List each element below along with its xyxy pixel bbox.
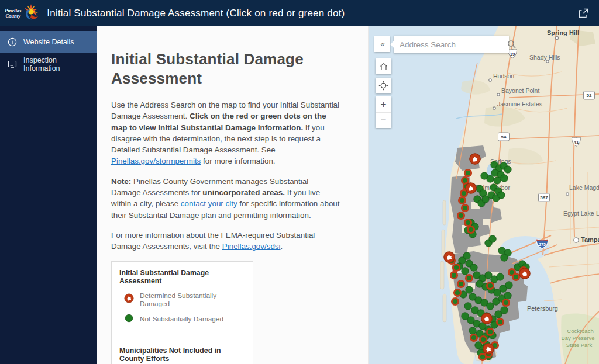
dot-not-substantially-damaged-ringed[interactable] [497,318,503,325]
dot-not-substantially-damaged-ringed[interactable] [502,299,509,306]
fema-paragraph: For more information about the FEMA-requ… [111,230,340,252]
sidebar-item-website-details[interactable]: Website Details [0,31,97,53]
dot-not-substantially-damaged-ringed[interactable] [462,204,468,211]
dot-not-substantially-damaged-ringed[interactable] [457,280,464,287]
dot-not-substantially-damaged-ringed[interactable] [464,219,471,226]
locate-button[interactable] [376,78,391,93]
dot-determined-substantially-damaged[interactable] [483,344,494,354]
map-legend: Initial Substantial Damage Assessment De… [111,261,253,364]
sidebar-nav: Website Details Inspection Information [0,26,97,364]
dot-not-substantially-damaged-ringed[interactable] [450,272,457,278]
map-city-dot [566,193,569,195]
dot-not-substantially-damaged-ringed[interactable] [487,282,493,289]
sidebar-item-label: Inspection Information [23,56,91,72]
route-shield-54: 54 [498,133,510,141]
dot-not-substantially-damaged[interactable] [504,292,511,299]
dot-not-substantially-damaged[interactable] [462,268,469,275]
map-label: Bayonet Point [501,87,539,94]
dot-not-substantially-damaged[interactable] [469,327,476,334]
dot-not-substantially-damaged-ringed[interactable] [480,336,486,342]
pinellas-county-logo: Pinellas County [5,3,40,24]
map-label: Shady Hills [529,54,560,61]
dot-not-substantially-damaged[interactable] [501,254,508,261]
dot-not-substantially-damaged[interactable] [494,177,501,184]
collapse-search-button[interactable]: « [374,36,390,52]
svg-text:54: 54 [501,134,507,140]
dot-not-substantially-damaged[interactable] [497,273,504,280]
dot-not-substantially-damaged-ringed[interactable] [457,212,464,219]
legend-section-title: Municipalities Not Included in County Ef… [119,346,245,363]
dot-not-substantially-damaged[interactable] [466,286,473,293]
map-label: Cockroach [567,328,593,334]
dot-determined-substantially-damaged[interactable] [519,268,530,279]
address-search-input[interactable] [394,40,507,49]
dot-not-substantially-damaged[interactable] [504,166,511,173]
legend-item-label: Determined Substantially Damaged [140,292,245,308]
share-button[interactable] [576,6,591,21]
intro-paragraph: Use the Address Search on the map to fin… [111,99,340,167]
inspection-window-icon [8,60,17,69]
svg-text:587: 587 [540,195,548,200]
map-label: Egypt Lake-Leto [563,210,599,217]
dot-not-substantially-damaged[interactable] [481,172,488,179]
map-label: Hudson [493,72,514,79]
zoom-in-button[interactable]: + [376,96,391,112]
dot-not-substantially-damaged-ringed[interactable] [466,275,472,281]
svg-text:41: 41 [574,140,579,145]
map-label: Lake Magdale [569,184,599,191]
dot-not-substantially-damaged[interactable] [489,235,496,242]
details-panel: Initial Substantial Damage Assessment Us… [97,26,369,364]
dot-not-substantially-damaged-ringed[interactable] [512,273,519,280]
contact-your-city-link[interactable]: contact your city [181,199,237,208]
map-city-dot [497,93,500,96]
panel-heading: Initial Substantial Damage Assessment [111,50,340,88]
page-title: Initial Substantial Damage Assessment (C… [47,8,576,19]
sun-logo-icon [22,3,40,24]
sdsi-link[interactable]: Pinellas.gov/sdsi [222,242,281,251]
dot-not-substantially-damaged[interactable] [501,307,508,314]
dot-determined-substantially-damaged[interactable] [444,252,455,262]
dot-not-substantially-damaged[interactable] [470,264,477,271]
dot-determined-substantially-damaged[interactable] [470,154,480,164]
zoom-controls: + − [376,96,391,128]
zoom-out-button[interactable]: − [376,112,391,128]
home-extent-button[interactable] [376,58,391,74]
legend-item-not-damaged: Not Substantially Damaged [124,313,245,325]
legend-section-title: Initial Substantial Damage Assessment [119,269,245,285]
dot-determined-substantially-damaged[interactable] [466,183,476,193]
dot-not-substantially-damaged[interactable] [505,282,512,289]
dot-not-substantially-damaged-ringed[interactable] [470,334,477,341]
map-panel: 19525441587275Spring HillShady HillsHuds… [369,26,599,364]
search-button[interactable] [507,36,517,53]
info-icon [8,37,17,47]
dot-not-substantially-damaged-ringed[interactable] [467,226,474,233]
dot-not-substantially-damaged-ringed[interactable] [479,353,486,360]
map-city-dot [493,107,495,109]
sidebar-item-inspection-information[interactable]: Inspection Information [0,53,97,75]
logo-text-line2: County [5,13,21,19]
dot-not-substantially-damaged[interactable] [501,175,508,182]
dot-not-substantially-damaged[interactable] [482,196,489,203]
map-canvas[interactable]: 19525441587275Spring HillShady HillsHuds… [369,26,599,364]
dot-not-substantially-damaged-ringed[interactable] [459,197,465,203]
svg-text:275: 275 [539,242,546,247]
dot-not-substantially-damaged-ringed[interactable] [452,298,458,304]
stormpermits-link[interactable]: Pinellas.gov/stormpermits [111,157,201,165]
map-city-dot [555,36,558,39]
map-label: Tampa [581,236,599,243]
dot-not-substantially-damaged[interactable] [498,192,505,199]
sidebar-item-label: Website Details [23,38,74,46]
dot-not-substantially-damaged[interactable] [464,303,471,310]
map-label: Petersburg [527,305,558,312]
locate-icon [378,81,388,91]
dot-determined-substantially-damaged[interactable] [481,313,492,324]
dot-not-substantially-damaged-ringed[interactable] [464,169,471,176]
map-label: Bay Preserve [561,335,594,341]
dot-not-substantially-damaged-ringed[interactable] [454,289,460,296]
dot-not-substantially-damaged-ringed[interactable] [487,328,493,335]
dot-not-substantially-damaged-ringed[interactable] [453,264,459,271]
legend-item-damaged: Determined Substantially Damaged [124,292,245,308]
home-icon [379,62,388,71]
legend-item-label: Not Substantially Damaged [140,315,223,323]
dot-not-substantially-damaged[interactable] [487,303,494,310]
